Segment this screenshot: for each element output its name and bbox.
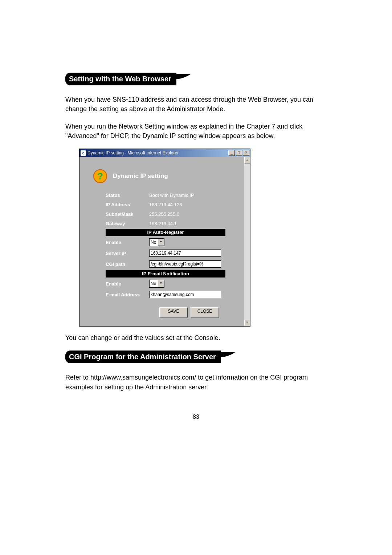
after-window-text: You can change or add the values set at … [65, 333, 327, 343]
label-cgi-path: CGI path [106, 262, 149, 267]
row-ar-enable: Enable No ▼ [106, 238, 225, 247]
close-window-button[interactable]: × [243, 150, 249, 156]
window-content-area: ? Dynamic IP setting Status Boot with Dy… [79, 157, 250, 326]
input-email[interactable]: khahn@samsung.com [149, 291, 221, 298]
maximize-button[interactable]: □ [236, 150, 242, 156]
section-header-1: Setting with the Web Browser [65, 73, 191, 85]
scroll-track[interactable] [244, 163, 250, 320]
row-server-ip: Server IP 168.219.44.147 [106, 248, 225, 258]
value-mask: 255.255.255.0 [149, 211, 225, 217]
label-en-enable: Enable [106, 281, 149, 287]
chevron-down-icon: ▼ [158, 280, 164, 287]
row-en-enable: Enable No ▼ [106, 279, 225, 288]
save-button[interactable]: SAVE [159, 307, 188, 317]
section-title-2: CGI Program for the Administration Serve… [65, 351, 221, 363]
row-ip: IP Address 168.219.44.126 [106, 200, 225, 209]
config-table: Status Boot with Dynamic IP IP Address 1… [106, 190, 225, 317]
select-en-enable-value: No [150, 281, 158, 286]
label-ip: IP Address [106, 202, 149, 207]
page-heading-row: ? Dynamic IP setting [93, 169, 238, 183]
section1-para1: When you have SNS-110 address and can ac… [65, 95, 327, 114]
input-email-value: khahn@samsung.com [151, 292, 194, 297]
row-gateway: Gateway 168.219.44.1 [106, 219, 225, 228]
section2-para: Refer to http://www.samsungelectronics.c… [65, 373, 327, 392]
scroll-down-icon[interactable]: ▼ [244, 320, 250, 326]
label-server-ip: Server IP [106, 251, 149, 256]
label-ar-enable: Enable [106, 240, 149, 245]
value-gateway: 168.219.44.1 [149, 221, 225, 226]
button-row: SAVE CLOSE [106, 307, 219, 317]
close-button[interactable]: CLOSE [191, 307, 219, 317]
scroll-up-icon[interactable]: ▲ [244, 157, 250, 163]
select-en-enable[interactable]: No ▼ [149, 280, 164, 288]
row-email: E-mail Address khahn@samsung.com [106, 290, 225, 299]
input-cgi-path[interactable]: /cgi-bin/webtx.cgi?regist=% [149, 260, 221, 268]
window-titlebar: e Dynamic IP setting - Microsoft Interne… [79, 149, 250, 157]
row-status: Status Boot with Dynamic IP [106, 190, 225, 200]
minimize-button[interactable]: _ [228, 150, 235, 156]
value-status: Boot with Dynamic IP [149, 193, 225, 198]
label-status: Status [106, 193, 149, 198]
input-cgi-path-value: /cgi-bin/webtx.cgi?regist=% [151, 262, 204, 267]
label-gateway: Gateway [106, 221, 149, 226]
vertical-scrollbar[interactable]: ▲ ▼ [244, 157, 250, 326]
ie-logo-icon: e [81, 150, 86, 156]
document-page: Setting with the Web Browser When you ha… [0, 0, 392, 435]
subheader-email-notify: IP E-mail Notification [106, 270, 225, 278]
page-number: 83 [65, 414, 327, 420]
section-title-1: Setting with the Web Browser [65, 73, 176, 85]
page-heading: Dynamic IP setting [113, 173, 168, 180]
input-server-ip-value: 168.219.44.147 [151, 251, 181, 256]
chevron-down-icon: ▼ [158, 239, 164, 246]
section-header-2: CGI Program for the Administration Serve… [65, 351, 236, 363]
input-server-ip[interactable]: 168.219.44.147 [149, 250, 221, 257]
header-tail-decoration [221, 352, 236, 362]
row-mask: SubnetMask 255.255.255.0 [106, 209, 225, 219]
section1-para2: When you run the Network Setting window … [65, 122, 327, 141]
header-tail-decoration [176, 74, 191, 84]
select-ar-enable-value: No [150, 240, 158, 245]
window-title: Dynamic IP setting - Microsoft Internet … [87, 150, 228, 155]
ie-window: e Dynamic IP setting - Microsoft Interne… [79, 149, 250, 327]
window-content: ? Dynamic IP setting Status Boot with Dy… [79, 157, 244, 326]
help-icon[interactable]: ? [93, 169, 107, 183]
value-ip: 168.219.44.126 [149, 202, 225, 207]
row-cgi-path: CGI path /cgi-bin/webtx.cgi?regist=% [106, 259, 225, 269]
label-email: E-mail Address [106, 292, 149, 297]
subheader-auto-register: IP Auto-Register [106, 229, 225, 236]
label-mask: SubnetMask [106, 211, 149, 217]
select-ar-enable[interactable]: No ▼ [149, 238, 164, 246]
